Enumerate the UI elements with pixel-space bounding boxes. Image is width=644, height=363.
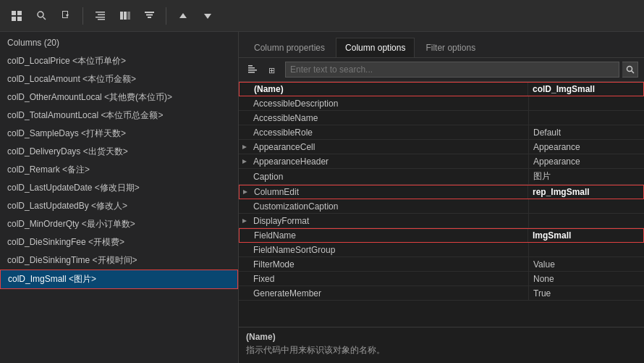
list-item[interactable]: colD_Remark <备注> <box>0 161 238 179</box>
svg-rect-26 <box>248 72 255 73</box>
prop-value-label <box>528 199 644 213</box>
list-item[interactable]: colD_TotalAmountLocal <本位币总金额> <box>0 107 238 125</box>
main-toolbar <box>0 0 644 32</box>
list-item[interactable]: colD_DieSinkingTime <开模时间> <box>0 251 238 270</box>
prop-value-label <box>528 243 644 256</box>
prop-row[interactable]: AccessibleRoleDefault <box>239 125 644 140</box>
prop-row[interactable]: ColumnEditrep_ImgSmall <box>239 185 644 199</box>
prop-expand-icon <box>239 286 250 300</box>
prop-expand-icon <box>240 229 251 242</box>
filter2-toolbar-btn[interactable] <box>138 5 160 27</box>
prop-value-label <box>528 111 644 125</box>
props-table: (Name)colD_ImgSmallAccessibleDescription… <box>239 82 644 327</box>
svg-rect-14 <box>98 19 105 20</box>
prop-row[interactable]: AppearanceHeaderAppearance <box>239 154 644 169</box>
prop-row[interactable]: DisplayFormat <box>239 214 644 228</box>
prop-name-label: GenerateMember <box>250 286 528 300</box>
prop-row[interactable]: AccessibleDescription <box>239 96 644 111</box>
prop-row[interactable]: Caption图片 <box>239 169 644 185</box>
props-sort-cat-btn[interactable]: ⊞ <box>265 61 282 78</box>
prop-row[interactable]: AccessibleName <box>239 111 644 125</box>
desc-title: (Name) <box>246 332 637 342</box>
svg-rect-15 <box>120 12 123 20</box>
prop-row[interactable]: AppearanceCellAppearance <box>239 140 644 154</box>
export-toolbar-btn[interactable] <box>55 5 77 27</box>
prop-name-label: AccessibleDescription <box>250 96 528 110</box>
tab-column-options[interactable]: Column options <box>336 38 415 57</box>
prop-name-label: AppearanceHeader <box>250 154 528 168</box>
columns2-toolbar-btn[interactable] <box>114 5 135 27</box>
down-toolbar-btn[interactable] <box>197 5 219 27</box>
svg-marker-33 <box>242 219 247 223</box>
tabs-bar: Column propertiesColumn optionsFilter op… <box>239 32 644 58</box>
toolbar-separator-2 <box>166 7 166 25</box>
prop-name-label: Caption <box>250 169 528 184</box>
svg-point-4 <box>38 12 43 17</box>
prop-value-label: None <box>528 272 644 285</box>
list-item[interactable]: colD_SampleDays <打样天数> <box>0 125 238 143</box>
prop-expand-icon <box>239 257 250 271</box>
prop-expand-icon <box>239 243 250 256</box>
svg-rect-25 <box>248 70 257 71</box>
up-toolbar-btn[interactable] <box>172 5 194 27</box>
list-item[interactable]: colD_MinOrderQty <最小订单数> <box>0 215 238 233</box>
props-sort-alpha-btn[interactable] <box>245 61 262 78</box>
prop-row[interactable]: FixedNone <box>239 272 644 286</box>
prop-row[interactable]: CustomizationCaption <box>239 199 644 214</box>
prop-row[interactable]: FieldNameSortGroup <box>239 243 644 257</box>
list-item[interactable]: colD_ImgSmall <图片> <box>0 270 238 289</box>
search-toolbar-btn[interactable] <box>30 5 52 27</box>
grid-toolbar-btn[interactable] <box>6 5 27 27</box>
list-item[interactable]: colD_OtherAmountLocal <其他费(本位币)> <box>0 88 238 107</box>
svg-rect-3 <box>17 17 22 21</box>
prop-row[interactable]: FilterModeValue <box>239 257 644 272</box>
prop-expand-icon <box>239 199 250 213</box>
columns-list: colD_LocalPrice <本位币单价>colD_LocalAmount … <box>0 51 238 363</box>
prop-expand-icon[interactable] <box>239 140 250 154</box>
prop-name-label: (Name) <box>251 83 528 96</box>
indent-toolbar-btn[interactable] <box>89 5 111 27</box>
svg-rect-16 <box>124 12 127 20</box>
left-panel: Columns (20) colD_LocalPrice <本位币单价>colD… <box>0 32 239 363</box>
prop-name-label: CustomizationCaption <box>250 199 528 213</box>
props-search-btn[interactable] <box>622 62 638 78</box>
prop-name-label: FieldNameSortGroup <box>250 243 528 256</box>
prop-expand-icon <box>239 125 250 139</box>
prop-value-label <box>528 96 644 110</box>
prop-name-label: DisplayFormat <box>250 214 528 228</box>
prop-expand-icon <box>239 272 250 285</box>
list-item[interactable]: colD_LocalAmount <本位币金额> <box>0 70 238 88</box>
svg-rect-2 <box>12 17 16 21</box>
prop-name-label: AccessibleRole <box>250 125 528 139</box>
svg-rect-17 <box>127 12 130 20</box>
prop-name-label: ColumnEdit <box>251 185 528 199</box>
svg-marker-22 <box>204 14 211 19</box>
prop-value-label: True <box>528 286 644 300</box>
prop-value-label: Default <box>528 125 644 139</box>
props-search-input[interactable] <box>285 62 619 78</box>
svg-point-28 <box>627 67 632 72</box>
prop-row[interactable]: (Name)colD_ImgSmall <box>239 82 644 96</box>
prop-expand-icon[interactable] <box>239 154 250 168</box>
list-item[interactable]: colD_LastUpdatedBy <修改人> <box>0 197 238 215</box>
list-item[interactable]: colD_LastUpdateDate <修改日期> <box>0 179 238 197</box>
prop-name-label: FilterMode <box>250 257 528 271</box>
list-item[interactable]: colD_DeliveryDays <出货天数> <box>0 143 238 161</box>
list-item[interactable]: colD_DieSinkingFee <开模费> <box>0 233 238 251</box>
prop-expand-icon[interactable] <box>240 185 251 199</box>
prop-row[interactable]: GenerateMemberTrue <box>239 286 644 301</box>
prop-value-label: Appearance <box>528 154 644 168</box>
prop-expand-icon <box>239 111 250 125</box>
prop-value-label: colD_ImgSmall <box>528 83 643 96</box>
svg-rect-11 <box>96 12 105 13</box>
prop-value-label: Appearance <box>528 140 644 154</box>
svg-rect-9 <box>62 17 68 18</box>
prop-value-label <box>528 214 644 228</box>
svg-marker-31 <box>242 159 247 164</box>
list-item[interactable]: colD_LocalPrice <本位币单价> <box>0 52 238 70</box>
tab-filter-options[interactable]: Filter options <box>416 38 485 57</box>
prop-name-label: AppearanceCell <box>250 140 528 154</box>
prop-row[interactable]: FieldNameImgSmall <box>239 228 644 243</box>
prop-expand-icon[interactable] <box>239 214 250 228</box>
tab-column-properties[interactable]: Column properties <box>245 38 334 57</box>
